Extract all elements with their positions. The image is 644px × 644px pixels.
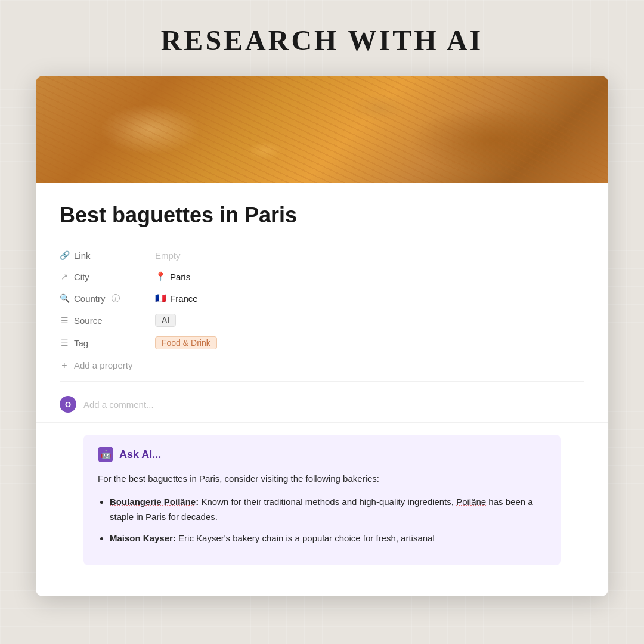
comment-input[interactable]: Add a comment... <box>83 400 154 410</box>
bakery-2-name: Maison Kayser: <box>110 533 176 543</box>
divider-1 <box>60 381 584 382</box>
source-icon: ☰ <box>60 315 69 325</box>
document-title: Best baguettes in Paris <box>60 202 584 228</box>
plus-icon: + <box>60 361 69 370</box>
ai-list: Boulangerie Poilâne: Known for their tra… <box>98 495 546 546</box>
property-source: ☰ Source AI <box>60 309 584 332</box>
comment-section: O Add a comment... <box>36 386 608 423</box>
city-icon: ↗ <box>60 272 69 281</box>
properties-list: 🔗 Link Empty ↗ City 📍 Paris <box>60 244 584 354</box>
source-badge: AI <box>155 314 176 327</box>
tag-icon: ☰ <box>60 338 69 348</box>
tag-badge: Food & Drink <box>155 336 217 349</box>
property-value-source[interactable]: AI <box>155 314 176 327</box>
hero-image <box>36 76 608 183</box>
main-card: Best baguettes in Paris 🔗 Link Empty ↗ C… <box>36 76 608 596</box>
page-title: RESEARCH WITH AI <box>161 24 484 57</box>
ai-section: 🤖 Ask AI... For the best baguettes in Pa… <box>83 435 561 565</box>
property-label-country: 🔍 Country i <box>60 293 155 304</box>
country-icon: 🔍 <box>60 293 69 303</box>
add-property-button[interactable]: + Add a property <box>60 354 584 376</box>
property-country: 🔍 Country i 🇫🇷 France <box>60 287 584 309</box>
property-value-country[interactable]: 🇫🇷 France <box>155 293 198 304</box>
list-item: Maison Kayser: Eric Kayser's bakery chai… <box>110 531 546 546</box>
property-value-link[interactable]: Empty <box>155 250 181 261</box>
property-label-link: 🔗 Link <box>60 250 155 261</box>
property-value-tag[interactable]: Food & Drink <box>155 336 217 349</box>
property-label-city: ↗ City <box>60 272 155 282</box>
bakery-1-name: Boulangerie Poilâne <box>110 497 196 507</box>
property-value-city[interactable]: 📍 Paris <box>155 271 190 282</box>
avatar: O <box>60 396 76 413</box>
ai-header: 🤖 Ask AI... <box>98 447 546 462</box>
link-icon: 🔗 <box>60 250 69 260</box>
ai-content: For the best baguettes in Paris, conside… <box>98 472 546 546</box>
city-flag: 📍 <box>155 271 166 282</box>
info-icon[interactable]: i <box>112 294 120 302</box>
ai-title: Ask AI... <box>119 448 161 461</box>
property-city: ↗ City 📍 Paris <box>60 266 584 287</box>
ai-intro: For the best baguettes in Paris, conside… <box>98 472 546 487</box>
ai-icon: 🤖 <box>98 447 113 462</box>
property-label-source: ☰ Source <box>60 315 155 326</box>
property-tag: ☰ Tag Food & Drink <box>60 332 584 354</box>
list-item: Boulangerie Poilâne: Known for their tra… <box>110 495 546 525</box>
property-link: 🔗 Link Empty <box>60 244 584 266</box>
content-area: Best baguettes in Paris 🔗 Link Empty ↗ C… <box>36 183 608 382</box>
property-label-tag: ☰ Tag <box>60 338 155 348</box>
country-flag: 🇫🇷 <box>155 293 166 304</box>
bakery-2-desc: Eric Kayser's bakery chain is a popular … <box>178 533 435 543</box>
